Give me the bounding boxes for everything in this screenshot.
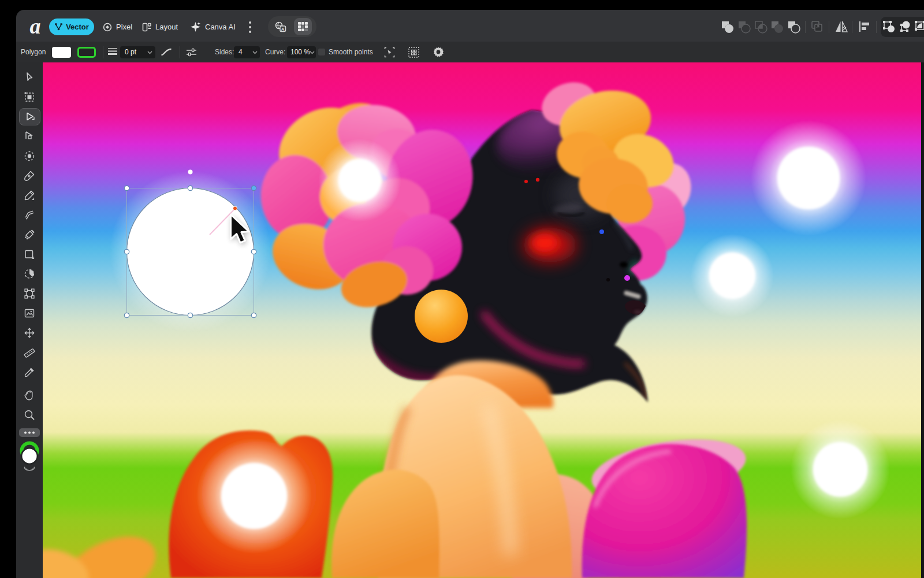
svg-text:a: a [30, 16, 41, 38]
svg-text:A: A [281, 27, 285, 32]
